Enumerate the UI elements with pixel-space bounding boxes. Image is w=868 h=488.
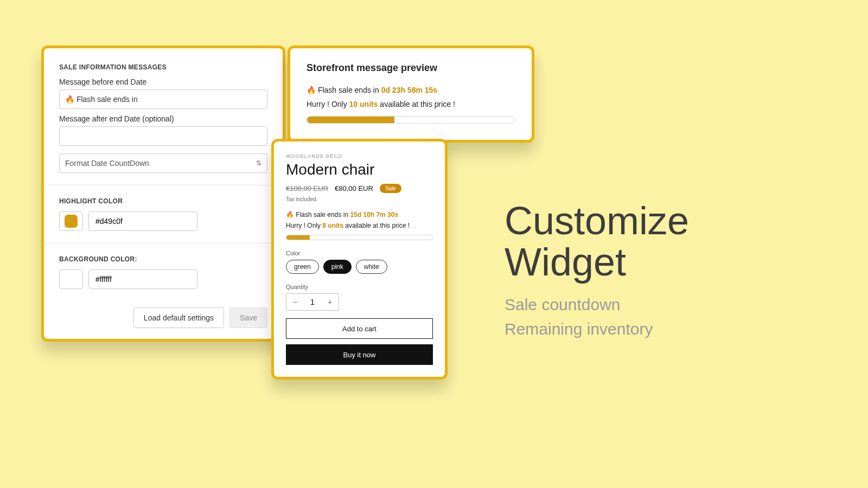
preview-countdown-prefix: 🔥 Flash sale ends in: [307, 86, 381, 94]
preview-countdown-value: 0d 23h 58m 15s: [381, 86, 438, 94]
highlight-swatch[interactable]: [59, 211, 83, 231]
swatch-color: [65, 273, 78, 286]
preview-countdown-line: 🔥 Flash sale ends in 0d 23h 58m 15s: [307, 86, 515, 94]
product-price: €80,00 EUR: [335, 184, 373, 192]
preview-stock-units: 10 units: [349, 100, 378, 108]
hero-text: Customize Widget Sale countdown Remainin…: [505, 201, 689, 341]
format-date-value: Format Date CountDown: [65, 159, 149, 168]
background-hex-input[interactable]: [88, 269, 197, 289]
preview-stock-line: Hurry ! Only 10 units available at this …: [307, 100, 515, 108]
product-progress-fill: [286, 235, 310, 240]
hero-sub1: Sale countdown: [505, 292, 689, 317]
format-date-select[interactable]: Format Date CountDown ⇅: [59, 153, 267, 173]
qty-value: 1: [304, 294, 321, 310]
product-countdown-line: 🔥 Flash sale ends in 15d 10h 7m 30s: [286, 211, 433, 219]
product-countdown-value: 15d 10h 7m 30s: [350, 211, 398, 219]
chevron-updown-icon: ⇅: [256, 160, 261, 166]
option-color-label: Color: [286, 250, 433, 256]
quantity-stepper: − 1 +: [286, 293, 339, 311]
qty-decrease-button[interactable]: −: [286, 294, 304, 310]
qty-increase-button[interactable]: +: [321, 294, 339, 310]
hero-line1: Customize: [505, 199, 689, 242]
hero-line2: Widget: [505, 240, 626, 284]
sale-badge: Sale: [380, 184, 401, 193]
load-defaults-button[interactable]: Load default settings: [133, 307, 224, 328]
background-swatch[interactable]: [59, 269, 83, 289]
color-option-green[interactable]: green: [286, 260, 319, 274]
highlight-label: HIGHLIGHT COLOR: [59, 197, 267, 205]
product-stock-units: 8 units: [322, 222, 343, 229]
quantity-label: Quantity: [286, 284, 433, 290]
preview-progress-bar: [307, 116, 515, 124]
tax-note: Tax included.: [286, 196, 433, 202]
color-option-group: green pink white: [286, 260, 433, 274]
product-card: WOODLANDS DECO Modern chair €100,00 EUR …: [271, 139, 448, 380]
save-button[interactable]: Save: [229, 307, 267, 328]
background-label: BACKGROUND COLOR:: [59, 255, 267, 263]
preview-progress-fill: [307, 117, 394, 123]
message-after-input[interactable]: [59, 126, 267, 146]
compare-price: €100,00 EUR: [286, 184, 328, 192]
swatch-color: [65, 215, 78, 228]
hero-sub2: Remaining inventory: [505, 317, 689, 341]
product-title: Modern chair: [286, 161, 433, 178]
preview-title: Storefront message preview: [307, 62, 515, 74]
before-label: Message before end Date: [59, 78, 267, 86]
divider: [44, 185, 283, 185]
divider: [44, 243, 283, 243]
settings-panel: SALE INFORMATION MESSAGES Message before…: [41, 46, 285, 342]
product-progress-bar: [286, 235, 433, 240]
product-vendor: WOODLANDS DECO: [286, 153, 433, 159]
storefront-preview-card: Storefront message preview 🔥 Flash sale …: [288, 46, 534, 143]
add-to-cart-button[interactable]: Add to cart: [286, 318, 433, 339]
after-label: Message after end Date (optional): [59, 114, 267, 123]
section-title: SALE INFORMATION MESSAGES: [59, 63, 267, 71]
message-before-input[interactable]: [59, 89, 267, 109]
color-option-pink[interactable]: pink: [323, 260, 352, 274]
color-option-white[interactable]: white: [356, 260, 387, 274]
highlight-hex-input[interactable]: [88, 211, 197, 231]
product-stock-line: Hurry ! Only 8 units available at this p…: [286, 222, 433, 229]
buy-now-button[interactable]: Buy it now: [286, 344, 433, 365]
